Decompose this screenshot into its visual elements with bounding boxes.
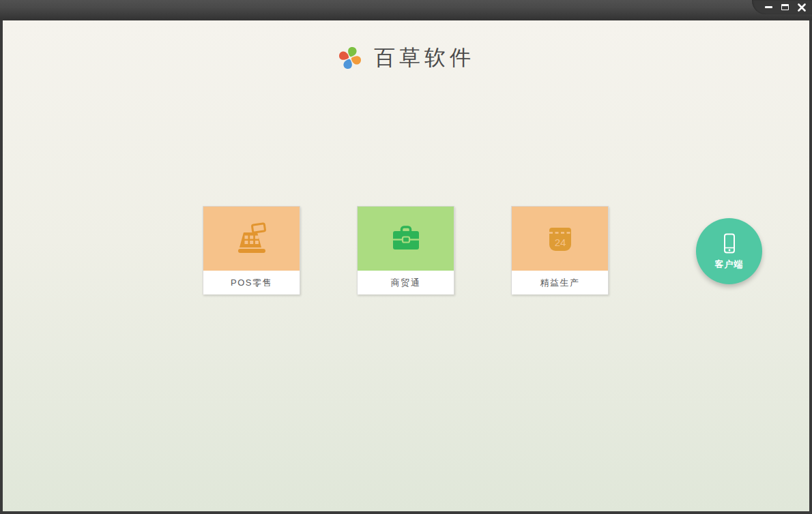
product-tile-lean: 24 <box>512 207 608 271</box>
product-card-pos[interactable]: POS零售 <box>203 206 300 294</box>
product-label-pos: POS零售 <box>203 271 300 294</box>
product-card-trade[interactable]: 商贸通 <box>357 206 454 294</box>
calendar-day: 24 <box>554 237 566 248</box>
product-label-trade: 商贸通 <box>358 271 454 294</box>
maximize-button[interactable] <box>780 1 790 14</box>
close-icon <box>798 3 806 12</box>
cash-register-icon <box>234 221 270 256</box>
app-window: 百草软件 POS零售 <box>0 0 812 514</box>
pinwheel-logo-icon <box>337 44 363 72</box>
maximize-icon <box>781 4 789 10</box>
product-label-lean: 精益生产 <box>512 271 608 294</box>
close-button[interactable] <box>796 1 807 14</box>
client-button-label: 客户端 <box>715 258 744 271</box>
smartphone-icon <box>717 232 742 256</box>
calendar-icon: 24 <box>544 222 577 255</box>
product-tile-pos <box>203 207 300 271</box>
minimize-icon <box>765 6 772 8</box>
main-content: 百草软件 POS零售 <box>3 20 809 511</box>
briefcase-icon <box>390 222 422 255</box>
brand: 百草软件 <box>3 20 809 95</box>
app-title: 百草软件 <box>374 44 475 72</box>
window-controls <box>752 0 812 14</box>
titlebar[interactable] <box>0 0 812 20</box>
product-tile-trade <box>358 207 454 271</box>
client-button[interactable]: 客户端 <box>696 218 762 284</box>
minimize-button[interactable] <box>764 1 774 14</box>
product-card-lean[interactable]: 24 精益生产 <box>511 206 609 294</box>
